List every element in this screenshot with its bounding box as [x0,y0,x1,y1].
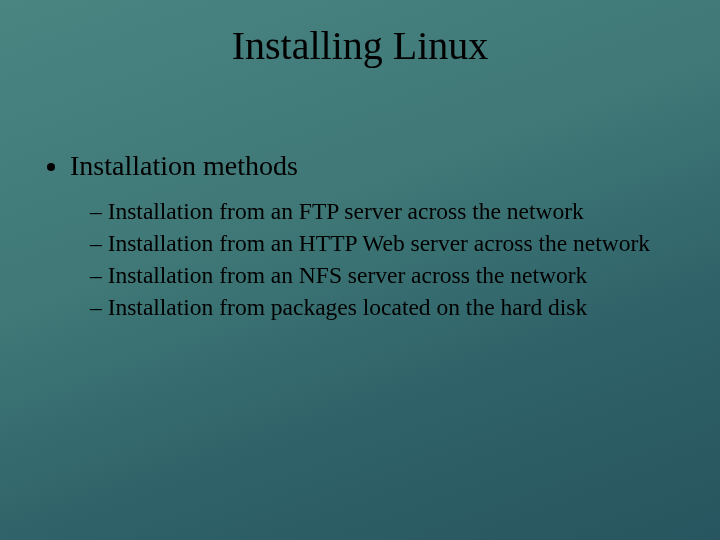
slide: Installing Linux Installation methods In… [0,0,720,540]
slide-title: Installing Linux [0,0,720,69]
sub-bullet: Installation from packages located on th… [90,292,684,322]
bullet-installation-methods: Installation methods Installation from a… [70,150,684,322]
sub-bullet: Installation from an HTTP Web server acr… [90,228,684,258]
sub-bullet: Installation from an NFS server across t… [90,260,684,290]
bullet-label: Installation methods [70,150,298,181]
sub-bullet: Installation from an FTP server across t… [90,196,684,226]
slide-body: Installation methods Installation from a… [36,150,684,332]
